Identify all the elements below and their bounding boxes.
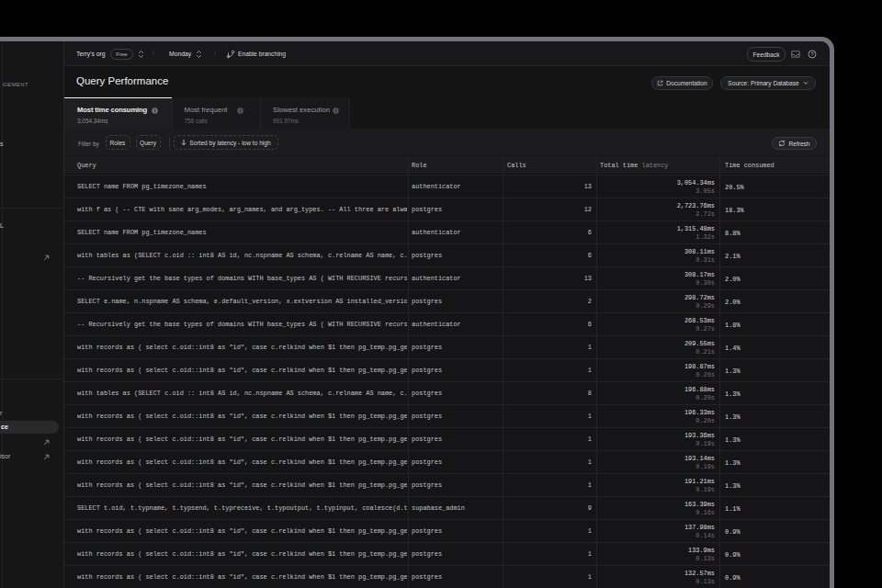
svg-text:?: ? bbox=[810, 51, 813, 57]
